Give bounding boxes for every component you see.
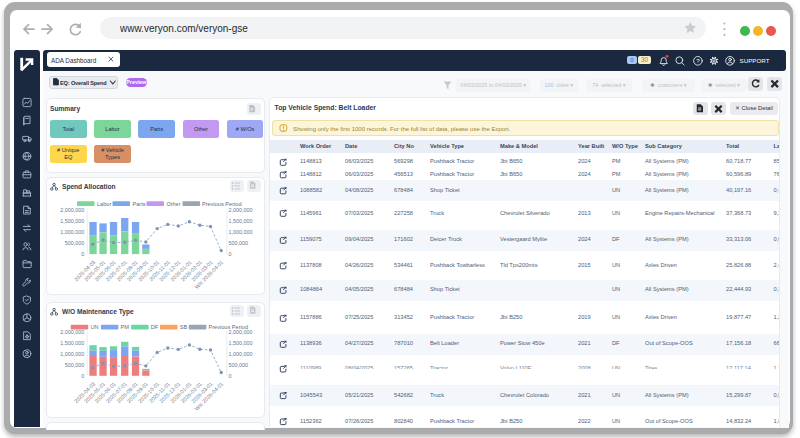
svg-text:SB: SB <box>180 324 188 330</box>
svg-text:Parts: Parts <box>133 201 146 207</box>
svg-text:Previous Period: Previous Period <box>202 201 242 207</box>
svg-text:1,500,000: 1,500,000 <box>60 340 84 346</box>
svg-text:1,000,000: 1,000,000 <box>229 351 253 357</box>
svg-text:2,000,000: 2,000,000 <box>229 329 253 335</box>
svg-text:500,000: 500,000 <box>229 240 249 246</box>
svg-text:0: 0 <box>229 251 232 257</box>
svg-text:1,000,000: 1,000,000 <box>229 229 253 235</box>
svg-text:1,000,000: 1,000,000 <box>60 351 84 357</box>
svg-text:1,000,000: 1,000,000 <box>60 229 84 235</box>
svg-text:1,500,000: 1,500,000 <box>60 218 84 224</box>
svg-text:2,000,000: 2,000,000 <box>60 329 84 335</box>
svg-text:0: 0 <box>81 251 84 257</box>
svg-text:DF: DF <box>151 324 159 330</box>
svg-text:0: 0 <box>81 373 84 379</box>
svg-text:Labor: Labor <box>97 201 111 207</box>
svg-text:UN: UN <box>90 324 98 330</box>
svg-text:Other: Other <box>167 201 181 207</box>
svg-text:0: 0 <box>229 373 232 379</box>
svg-text:?: ? <box>696 57 700 64</box>
svg-text:2,000,000: 2,000,000 <box>229 207 253 213</box>
svg-text:PM: PM <box>121 324 130 330</box>
svg-text:1,500,000: 1,500,000 <box>229 218 253 224</box>
svg-text:500,000: 500,000 <box>229 362 249 368</box>
svg-text:2,000,000: 2,000,000 <box>60 207 84 213</box>
svg-text:1,500,000: 1,500,000 <box>229 340 253 346</box>
svg-text:500,000: 500,000 <box>65 362 85 368</box>
svg-text:500,000: 500,000 <box>65 240 85 246</box>
